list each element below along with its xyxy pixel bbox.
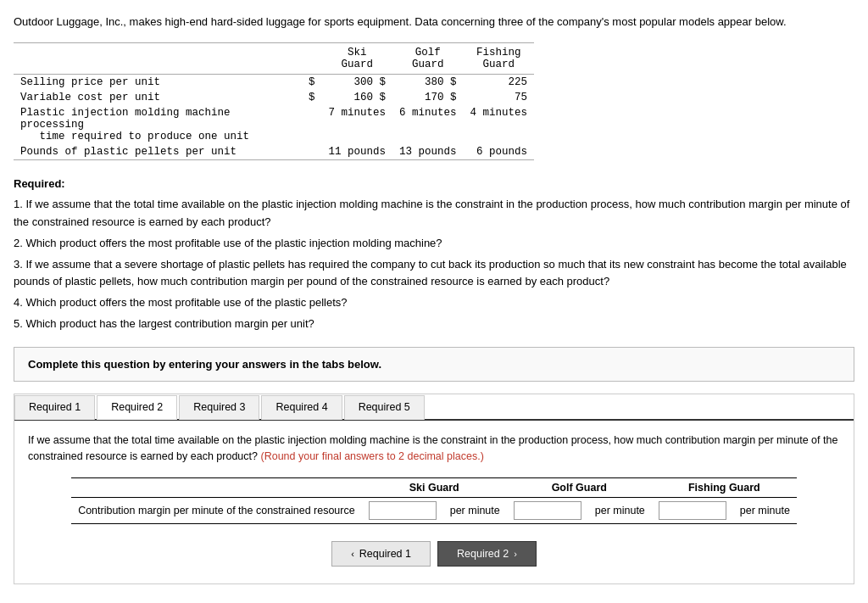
fishing-per-minute: per minute	[733, 498, 797, 524]
table-row: Variable cost per unit $ 160 $ 170 $ 75	[14, 90, 534, 105]
prev-button[interactable]: ‹ Required 1	[331, 541, 431, 567]
golf-variable-cost: 170 $	[392, 90, 464, 105]
fishing-machine-time: 4 minutes	[464, 105, 535, 144]
ski-guard-header: SkiGuard	[322, 42, 393, 74]
required-item-1: 1. If we assume that the total time avai…	[14, 196, 854, 232]
ski-machine-time: 7 minutes	[322, 105, 393, 144]
golf-machine-time: 6 minutes	[392, 105, 464, 144]
required-section: Required: 1. If we assume that the total…	[14, 176, 854, 333]
table-row: Plastic injection molding machine proces…	[14, 105, 534, 144]
tab-question: If we assume that the total time availab…	[28, 433, 840, 465]
fishing-answer-input[interactable]	[659, 501, 726, 520]
fishing-guard-header: FishingGuard	[464, 42, 535, 74]
required-title: Required:	[14, 177, 65, 190]
variable-cost-label: Variable cost per unit	[14, 90, 302, 105]
next-button-label: Required 2	[457, 548, 509, 560]
selling-price-sym: $	[302, 74, 322, 90]
ski-variable-cost: 160 $	[322, 90, 393, 105]
tab-required-4[interactable]: Required 4	[261, 395, 342, 420]
ski-per-minute: per minute	[443, 498, 507, 524]
next-chevron-icon: ›	[514, 549, 517, 559]
table-row: Selling price per unit $ 300 $ 380 $ 225	[14, 74, 534, 90]
round-note: (Round your final answers to 2 decimal p…	[260, 450, 483, 462]
ski-answer-cell[interactable]	[362, 498, 443, 524]
next-button[interactable]: Required 2 ›	[437, 541, 537, 567]
golf-selling-price: 380 $	[392, 74, 464, 90]
tabs-container: Required 1 Required 2 Required 3 Require…	[14, 394, 854, 585]
required-item-4: 4. Which product offers the most profita…	[14, 294, 854, 312]
table-row: Pounds of plastic pellets per unit 11 po…	[14, 144, 534, 160]
tab-content: If we assume that the total time availab…	[14, 421, 854, 584]
machine-time-label: Plastic injection molding machine proces…	[14, 105, 302, 144]
fishing-guard-col-header: Fishing Guard	[652, 478, 797, 498]
golf-guard-header: GolfGuard	[392, 42, 464, 74]
fishing-answer-cell[interactable]	[652, 498, 733, 524]
variable-cost-sym: $	[302, 90, 322, 105]
required-item-3: 3. If we assume that a severe shortage o…	[14, 256, 854, 292]
fishing-selling-price: 225	[464, 74, 535, 90]
tab-required-5[interactable]: Required 5	[344, 395, 425, 420]
complete-box-text: Complete this question by entering your …	[28, 358, 381, 371]
answer-table: Ski Guard Golf Guard Fishing Guard Contr…	[71, 477, 797, 524]
contribution-margin-label: Contribution margin per minute of the co…	[71, 498, 362, 524]
required-item-5: 5. Which product has the largest contrib…	[14, 315, 854, 333]
ski-pellets: 11 pounds	[322, 144, 393, 160]
prev-chevron-icon: ‹	[351, 549, 354, 559]
selling-price-label: Selling price per unit	[14, 74, 302, 90]
complete-box: Complete this question by entering your …	[14, 347, 854, 382]
nav-buttons: ‹ Required 1 Required 2 ›	[28, 541, 840, 567]
ski-selling-price: 300 $	[322, 74, 393, 90]
fishing-variable-cost: 75	[464, 90, 535, 105]
ski-guard-col-header: Ski Guard	[362, 478, 507, 498]
data-table: SkiGuard GolfGuard FishingGuard Selling …	[14, 42, 534, 160]
intro-text: Outdoor Luggage, Inc., makes high-end ha…	[14, 14, 854, 31]
golf-answer-input[interactable]	[514, 501, 581, 520]
golf-per-minute: per minute	[588, 498, 652, 524]
answer-row: Contribution margin per minute of the co…	[71, 498, 797, 524]
golf-pellets: 13 pounds	[392, 144, 464, 160]
tabs-header: Required 1 Required 2 Required 3 Require…	[14, 394, 854, 421]
ski-answer-input[interactable]	[369, 501, 437, 520]
tab-required-3[interactable]: Required 3	[179, 395, 259, 420]
tab-required-2[interactable]: Required 2	[97, 395, 177, 420]
golf-answer-cell[interactable]	[507, 498, 588, 524]
golf-guard-col-header: Golf Guard	[507, 478, 652, 498]
required-item-2: 2. Which product offers the most profita…	[14, 235, 854, 253]
prev-button-label: Required 1	[359, 548, 411, 560]
pellets-label: Pounds of plastic pellets per unit	[14, 144, 302, 160]
fishing-pellets: 6 pounds	[464, 144, 535, 160]
tab-required-1[interactable]: Required 1	[14, 395, 95, 420]
